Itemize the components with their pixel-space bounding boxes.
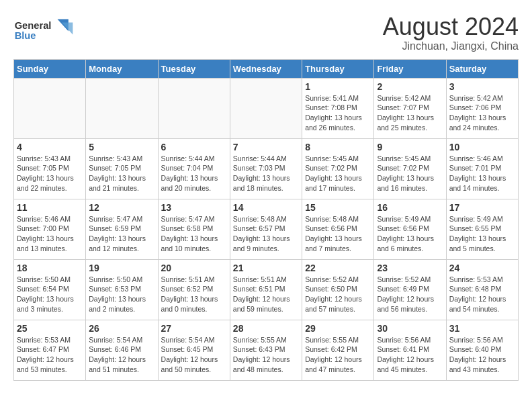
- table-row: 11Sunrise: 5:46 AMSunset: 7:00 PMDayligh…: [14, 199, 86, 259]
- table-row: 4Sunrise: 5:43 AMSunset: 7:05 PMDaylight…: [14, 138, 86, 199]
- day-info: Sunrise: 5:56 AMSunset: 6:40 PMDaylight:…: [449, 335, 515, 375]
- day-info: Sunrise: 5:56 AMSunset: 6:41 PMDaylight:…: [377, 335, 443, 375]
- day-number: 19: [89, 263, 154, 273]
- day-number: 11: [17, 202, 83, 213]
- table-row: 27Sunrise: 5:54 AMSunset: 6:45 PMDayligh…: [158, 320, 230, 380]
- day-info: Sunrise: 5:52 AMSunset: 6:50 PMDaylight:…: [305, 275, 371, 314]
- day-info: Sunrise: 5:51 AMSunset: 6:51 PMDaylight:…: [233, 275, 299, 314]
- day-number: 24: [449, 263, 515, 273]
- header-sunday: Sunday: [14, 59, 86, 78]
- table-row: 14Sunrise: 5:48 AMSunset: 6:57 PMDayligh…: [230, 199, 302, 259]
- day-number: 2: [377, 81, 443, 92]
- day-number: 4: [17, 142, 83, 152]
- day-info: Sunrise: 5:49 AMSunset: 6:55 PMDaylight:…: [449, 214, 515, 254]
- day-number: 18: [17, 263, 83, 273]
- day-info: Sunrise: 5:49 AMSunset: 6:56 PMDaylight:…: [377, 214, 443, 254]
- day-info: Sunrise: 5:53 AMSunset: 6:48 PMDaylight:…: [449, 275, 515, 314]
- day-number: 16: [377, 202, 443, 213]
- table-row: 18Sunrise: 5:50 AMSunset: 6:54 PMDayligh…: [14, 259, 86, 320]
- day-number: 22: [305, 263, 371, 273]
- day-info: Sunrise: 5:43 AMSunset: 7:05 PMDaylight:…: [17, 154, 83, 193]
- table-row: 5Sunrise: 5:43 AMSunset: 7:05 PMDaylight…: [86, 138, 158, 199]
- day-number: 13: [161, 202, 227, 213]
- table-row: 3Sunrise: 5:42 AMSunset: 7:06 PMDaylight…: [446, 78, 518, 138]
- day-info: Sunrise: 5:55 AMSunset: 6:43 PMDaylight:…: [233, 335, 299, 375]
- day-number: 10: [449, 142, 515, 152]
- table-row: 1Sunrise: 5:41 AMSunset: 7:08 PMDaylight…: [302, 78, 374, 138]
- week-row-5: 25Sunrise: 5:53 AMSunset: 6:47 PMDayligh…: [14, 320, 519, 380]
- table-row: 17Sunrise: 5:49 AMSunset: 6:55 PMDayligh…: [446, 199, 518, 259]
- month-year-title: August 2024: [383, 13, 519, 40]
- day-number: 3: [449, 81, 515, 92]
- table-row: 19Sunrise: 5:50 AMSunset: 6:53 PMDayligh…: [86, 259, 158, 320]
- day-info: Sunrise: 5:45 AMSunset: 7:02 PMDaylight:…: [305, 154, 371, 193]
- day-info: Sunrise: 5:54 AMSunset: 6:45 PMDaylight:…: [161, 335, 227, 375]
- table-row: 15Sunrise: 5:48 AMSunset: 6:56 PMDayligh…: [302, 199, 374, 259]
- day-number: 14: [233, 202, 299, 213]
- header-tuesday: Tuesday: [158, 59, 230, 78]
- svg-text:Blue: Blue: [15, 30, 36, 41]
- day-info: Sunrise: 5:41 AMSunset: 7:08 PMDaylight:…: [305, 93, 371, 133]
- day-number: 15: [305, 202, 371, 213]
- day-info: Sunrise: 5:54 AMSunset: 6:46 PMDaylight:…: [89, 335, 154, 375]
- day-info: Sunrise: 5:44 AMSunset: 7:03 PMDaylight:…: [233, 154, 299, 193]
- header-wednesday: Wednesday: [230, 59, 302, 78]
- table-row: 9Sunrise: 5:45 AMSunset: 7:02 PMDaylight…: [374, 138, 446, 199]
- week-row-1: 1Sunrise: 5:41 AMSunset: 7:08 PMDaylight…: [14, 78, 519, 138]
- day-info: Sunrise: 5:47 AMSunset: 6:59 PMDaylight:…: [89, 214, 154, 254]
- table-row: 7Sunrise: 5:44 AMSunset: 7:03 PMDaylight…: [230, 138, 302, 199]
- calendar-table: Sunday Monday Tuesday Wednesday Thursday…: [13, 59, 519, 381]
- day-number: 27: [161, 323, 227, 334]
- day-info: Sunrise: 5:43 AMSunset: 7:05 PMDaylight:…: [89, 154, 154, 193]
- day-info: Sunrise: 5:50 AMSunset: 6:53 PMDaylight:…: [89, 275, 154, 314]
- table-row: 23Sunrise: 5:52 AMSunset: 6:49 PMDayligh…: [374, 259, 446, 320]
- day-info: Sunrise: 5:50 AMSunset: 6:54 PMDaylight:…: [17, 275, 83, 314]
- table-row: 20Sunrise: 5:51 AMSunset: 6:52 PMDayligh…: [158, 259, 230, 320]
- logo: General Blue: [13, 13, 74, 44]
- day-info: Sunrise: 5:52 AMSunset: 6:49 PMDaylight:…: [377, 275, 443, 314]
- day-number: 12: [89, 202, 154, 213]
- day-info: Sunrise: 5:42 AMSunset: 7:07 PMDaylight:…: [377, 93, 443, 133]
- table-row: 13Sunrise: 5:47 AMSunset: 6:58 PMDayligh…: [158, 199, 230, 259]
- day-number: 5: [89, 142, 154, 152]
- day-number: 8: [305, 142, 371, 152]
- day-number: 26: [89, 323, 154, 334]
- table-row: [86, 78, 158, 138]
- day-number: 7: [233, 142, 299, 152]
- table-row: 10Sunrise: 5:46 AMSunset: 7:01 PMDayligh…: [446, 138, 518, 199]
- svg-text:General: General: [15, 20, 52, 31]
- table-row: 25Sunrise: 5:53 AMSunset: 6:47 PMDayligh…: [14, 320, 86, 380]
- day-number: 6: [161, 142, 227, 152]
- table-row: [14, 78, 86, 138]
- table-row: 28Sunrise: 5:55 AMSunset: 6:43 PMDayligh…: [230, 320, 302, 380]
- table-row: [230, 78, 302, 138]
- day-number: 21: [233, 263, 299, 273]
- day-info: Sunrise: 5:42 AMSunset: 7:06 PMDaylight:…: [449, 93, 515, 133]
- day-number: 30: [377, 323, 443, 334]
- table-row: [158, 78, 230, 138]
- day-number: 29: [305, 323, 371, 334]
- day-info: Sunrise: 5:46 AMSunset: 7:00 PMDaylight:…: [17, 214, 83, 254]
- title-block: August 2024 Jinchuan, Jiangxi, China: [383, 13, 519, 52]
- page-header: General Blue August 2024 Jinchuan, Jiang…: [13, 13, 519, 52]
- table-row: 29Sunrise: 5:55 AMSunset: 6:42 PMDayligh…: [302, 320, 374, 380]
- day-number: 23: [377, 263, 443, 273]
- day-number: 17: [449, 202, 515, 213]
- header-saturday: Saturday: [446, 59, 518, 78]
- day-info: Sunrise: 5:44 AMSunset: 7:04 PMDaylight:…: [161, 154, 227, 193]
- table-row: 21Sunrise: 5:51 AMSunset: 6:51 PMDayligh…: [230, 259, 302, 320]
- week-row-4: 18Sunrise: 5:50 AMSunset: 6:54 PMDayligh…: [14, 259, 519, 320]
- table-row: 16Sunrise: 5:49 AMSunset: 6:56 PMDayligh…: [374, 199, 446, 259]
- day-number: 31: [449, 323, 515, 334]
- header-friday: Friday: [374, 59, 446, 78]
- day-info: Sunrise: 5:48 AMSunset: 6:56 PMDaylight:…: [305, 214, 371, 254]
- location-subtitle: Jinchuan, Jiangxi, China: [383, 40, 519, 52]
- calendar-header-row: Sunday Monday Tuesday Wednesday Thursday…: [14, 59, 519, 78]
- header-thursday: Thursday: [302, 59, 374, 78]
- day-info: Sunrise: 5:51 AMSunset: 6:52 PMDaylight:…: [161, 275, 227, 314]
- day-info: Sunrise: 5:48 AMSunset: 6:57 PMDaylight:…: [233, 214, 299, 254]
- day-info: Sunrise: 5:55 AMSunset: 6:42 PMDaylight:…: [305, 335, 371, 375]
- day-info: Sunrise: 5:45 AMSunset: 7:02 PMDaylight:…: [377, 154, 443, 193]
- day-info: Sunrise: 5:47 AMSunset: 6:58 PMDaylight:…: [161, 214, 227, 254]
- table-row: 24Sunrise: 5:53 AMSunset: 6:48 PMDayligh…: [446, 259, 518, 320]
